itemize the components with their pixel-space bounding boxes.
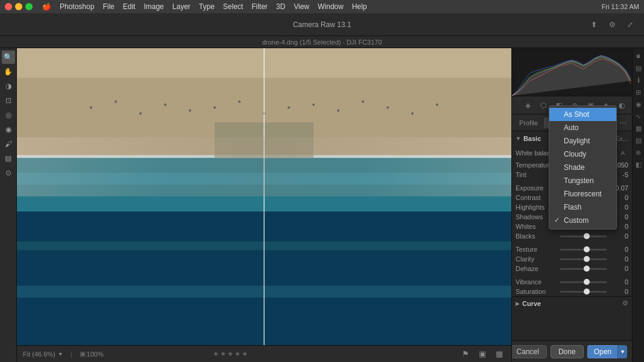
redeye-tool[interactable]: ◉ xyxy=(2,123,15,136)
right-info-icon[interactable]: ℹ xyxy=(633,75,644,86)
svg-point-11 xyxy=(115,101,117,103)
curve-section-header[interactable]: ▶ Curve ⚙ xyxy=(512,296,632,310)
dropdown-item-shade[interactable]: Shade xyxy=(549,161,616,174)
open-dropdown-arrow[interactable]: ▼ xyxy=(617,345,627,358)
dropdown-item-as-shot[interactable]: As Shot xyxy=(549,108,616,121)
compare-icon[interactable]: ▣ xyxy=(476,348,488,360)
zoom-control[interactable]: Fit (46.6%) ▼ xyxy=(23,351,63,358)
tab-profile[interactable]: Profile xyxy=(514,117,543,128)
settings-button[interactable]: ⚙ xyxy=(605,18,619,31)
menu-type[interactable]: Type xyxy=(195,1,218,12)
radial-tool[interactable]: ⊙ xyxy=(2,166,15,179)
blacks-slider[interactable] xyxy=(560,236,607,237)
brush-tool[interactable]: 🖌 xyxy=(2,137,15,151)
menu-3d[interactable]: 3D xyxy=(273,1,289,12)
dropdown-item-tungsten[interactable]: Tungsten xyxy=(549,174,616,187)
menu-help[interactable]: Help xyxy=(349,1,371,12)
menu-window[interactable]: Window xyxy=(314,1,347,12)
curve-toggle-icon: ▶ xyxy=(516,301,520,307)
right-curves-icon[interactable]: ∿ xyxy=(633,111,644,122)
maximize-button[interactable] xyxy=(25,3,33,10)
grad-tool[interactable]: ▤ xyxy=(2,152,15,165)
svg-rect-3 xyxy=(17,155,511,164)
clarity-value: 0 xyxy=(609,255,628,263)
blacks-row: Blacks 0 xyxy=(512,231,632,241)
menu-photoshop[interactable]: Photoshop xyxy=(56,1,98,12)
menu-edit[interactable]: Edit xyxy=(119,1,139,12)
title-bar: Camera Raw 13.1 ⬆ ⚙ ⤢ xyxy=(0,13,644,36)
star-3[interactable]: ★ xyxy=(227,350,233,358)
dehaze-label: Dehaze xyxy=(516,265,558,272)
wb-tool[interactable]: ◑ xyxy=(2,80,15,93)
zoom-percent-control[interactable]: ▣ 100% xyxy=(80,350,104,358)
wb-auto-btn[interactable]: A xyxy=(617,148,628,158)
status-bar: Fit (46.6%) ▼ | ▣ 100% ★ ★ ★ ★ ★ ⚑ ▣ xyxy=(17,345,511,362)
star-1[interactable]: ★ xyxy=(213,350,219,358)
texture-thumb[interactable] xyxy=(584,246,590,252)
close-button[interactable] xyxy=(5,3,12,10)
done-button[interactable]: Done xyxy=(551,345,584,358)
bottom-buttons: Cancel Done Open ▼ xyxy=(512,340,632,362)
right-hsl-icon[interactable]: ▩ xyxy=(633,123,644,134)
menu-select[interactable]: Select xyxy=(219,1,247,12)
profile-panel-icon[interactable]: ◈ xyxy=(521,99,534,112)
settings-icon[interactable]: ⋯ xyxy=(616,116,630,130)
dehaze-row: Dehaze 0 xyxy=(512,264,632,273)
hand-tool[interactable]: ✋ xyxy=(2,65,15,78)
filmstrip-icon[interactable]: ▦ xyxy=(493,348,505,360)
clarity-row: Clarity 0 xyxy=(512,254,632,264)
right-filmstrip-icon[interactable]: ▤ xyxy=(633,63,644,73)
menu-apple[interactable]: 🍎 xyxy=(39,1,55,12)
dropdown-item-daylight[interactable]: Daylight xyxy=(549,134,616,148)
color-mix-icon[interactable]: ⬡ xyxy=(537,99,550,112)
saturation-slider[interactable] xyxy=(560,291,607,293)
right-lens-icon[interactable]: ⊕ xyxy=(633,147,644,158)
fullscreen-button[interactable]: ⤢ xyxy=(623,18,637,31)
minimize-button[interactable] xyxy=(15,3,22,10)
right-camera-icon[interactable]: ◧ xyxy=(633,159,644,170)
spot-tool[interactable]: ◎ xyxy=(2,108,15,122)
blacks-thumb[interactable] xyxy=(584,233,590,239)
star-5[interactable]: ★ xyxy=(242,350,248,358)
texture-slider[interactable] xyxy=(560,249,607,251)
canvas-area: Fit (46.6%) ▼ | ▣ 100% ★ ★ ★ ★ ★ ⚑ ▣ xyxy=(17,48,511,362)
vibrance-thumb[interactable] xyxy=(584,279,590,285)
dehaze-thumb[interactable] xyxy=(584,266,590,272)
basic-auto-action[interactable]: Ex... xyxy=(615,135,628,142)
calibration-icon[interactable]: ◐ xyxy=(615,99,628,112)
menu-view[interactable]: View xyxy=(290,1,313,12)
clarity-thumb[interactable] xyxy=(584,256,590,262)
curve-settings-icon[interactable]: ⚙ xyxy=(622,299,628,307)
dropdown-item-flash[interactable]: Flash xyxy=(549,201,616,214)
right-panel-toggle[interactable]: ≡ xyxy=(633,51,644,61)
star-4[interactable]: ★ xyxy=(235,350,241,358)
menu-file[interactable]: File xyxy=(99,1,118,12)
zoom-tool[interactable]: 🔍 xyxy=(2,51,15,64)
right-color-icon[interactable]: ◉ xyxy=(633,99,644,110)
dropdown-item-cloudy[interactable]: Cloudy xyxy=(549,148,616,161)
star-rating[interactable]: ★ ★ ★ ★ ★ xyxy=(213,350,248,358)
cancel-button[interactable]: Cancel xyxy=(511,345,547,358)
menu-layer[interactable]: Layer xyxy=(169,1,194,12)
right-split-icon[interactable]: ▧ xyxy=(633,135,644,146)
flag-icon[interactable]: ⚑ xyxy=(459,348,472,360)
menu-filter[interactable]: Filter xyxy=(248,1,271,12)
saturation-thumb[interactable] xyxy=(584,289,590,295)
menu-image[interactable]: Image xyxy=(140,1,167,12)
dehaze-slider[interactable] xyxy=(560,268,607,270)
share-button[interactable]: ⬆ xyxy=(587,18,601,31)
crop-tool[interactable]: ⊡ xyxy=(2,94,15,107)
zoom-value: Fit (46.6%) xyxy=(23,351,55,358)
star-2[interactable]: ★ xyxy=(220,350,226,358)
right-adjust-icon[interactable]: ⊞ xyxy=(633,87,644,98)
dropdown-item-custom[interactable]: Custom xyxy=(549,214,616,227)
clarity-slider[interactable] xyxy=(560,258,607,260)
dropdown-item-auto[interactable]: Auto xyxy=(549,121,616,134)
svg-point-13 xyxy=(164,104,166,106)
dehaze-value: 0 xyxy=(609,265,628,272)
traffic-lights xyxy=(5,3,33,10)
saturation-value: 0 xyxy=(609,288,628,295)
dropdown-item-fluorescent[interactable]: Fluorescent xyxy=(549,187,616,201)
open-button[interactable]: Open xyxy=(587,345,617,358)
vibrance-slider[interactable] xyxy=(560,281,607,283)
